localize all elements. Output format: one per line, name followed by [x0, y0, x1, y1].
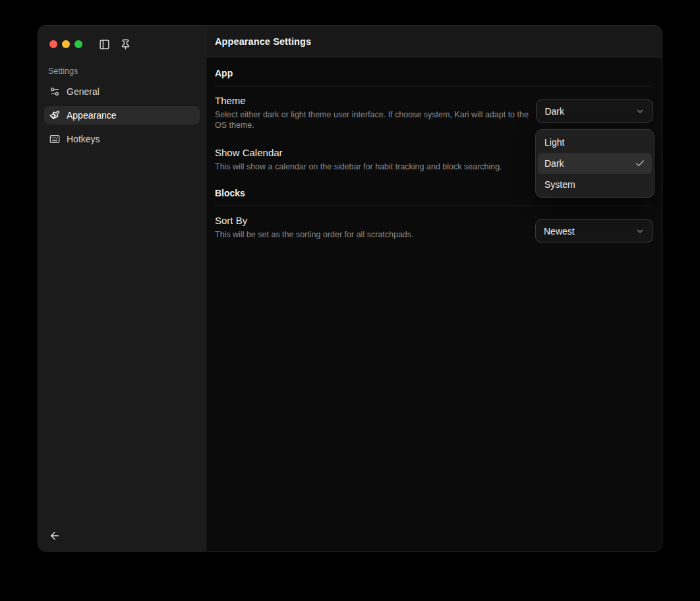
theme-dropdown-menu: Light Dark System [535, 129, 655, 198]
setting-row-sort-by: Sort By This will be set as the sorting … [215, 215, 653, 243]
chevron-down-icon [635, 107, 645, 116]
sidebar-section-label: Settings [48, 67, 206, 76]
divider [215, 86, 653, 86]
menu-option-light[interactable]: Light [538, 132, 652, 153]
check-icon [635, 158, 645, 169]
menu-option-label: System [544, 179, 575, 190]
sidebar-item-hotkeys[interactable]: Hotkeys [44, 130, 200, 148]
menu-option-label: Light [544, 137, 564, 148]
sort-by-select[interactable]: Newest [535, 219, 653, 243]
menu-option-system[interactable]: System [538, 174, 652, 195]
sidebar-item-label: Hotkeys [67, 134, 100, 144]
show-calendar-label: Show Calendar [215, 147, 502, 158]
chevron-down-icon [635, 227, 645, 236]
main-header: Appearance Settings [206, 26, 662, 57]
zoom-button[interactable] [74, 40, 82, 48]
sort-by-label: Sort By [215, 215, 414, 226]
theme-description: Select either dark or light theme user i… [215, 109, 536, 130]
setting-row-theme: Theme Select either dark or light theme … [215, 95, 653, 130]
sidebar-nav: General Appearance Hotkeys [38, 82, 206, 148]
settings-window: Settings General Appearance Hotkeys [38, 25, 662, 552]
sidebar-item-appearance[interactable]: Appearance [44, 106, 200, 125]
setting-text: Show Calendar This will show a calendar … [215, 147, 502, 172]
setting-text: Theme Select either dark or light theme … [215, 95, 536, 130]
theme-select[interactable]: Dark [536, 100, 653, 123]
sidebar: Settings General Appearance Hotkeys [38, 26, 206, 551]
divider [215, 206, 653, 206]
minimize-button[interactable] [62, 40, 70, 48]
titlebar [38, 26, 206, 52]
sidebar-item-label: Appearance [67, 110, 117, 121]
back-arrow-icon[interactable] [49, 530, 61, 542]
main-panel: Appearance Settings App Theme Select eit… [206, 26, 662, 551]
paintbrush-icon [49, 110, 60, 121]
sort-by-description: This will be set as the sorting order fo… [215, 229, 414, 240]
sidebar-item-general[interactable]: General [44, 82, 200, 101]
section-heading-app: App [215, 68, 653, 78]
show-calendar-description: This will show a calendar on the sidebar… [215, 161, 502, 172]
sidebar-item-label: General [67, 86, 100, 97]
page-title: Appearance Settings [215, 36, 311, 47]
setting-text: Sort By This will be set as the sorting … [215, 215, 414, 240]
menu-option-dark[interactable]: Dark [538, 153, 652, 174]
keyboard-icon [49, 134, 60, 144]
sort-by-select-value: Newest [544, 226, 575, 237]
menu-option-label: Dark [544, 158, 564, 169]
theme-select-value: Dark [544, 106, 564, 117]
sliders-icon [49, 86, 60, 97]
theme-label: Theme [215, 95, 536, 106]
close-button[interactable] [49, 40, 57, 48]
toggle-sidebar-icon[interactable] [99, 39, 110, 50]
pin-icon[interactable] [120, 39, 131, 50]
